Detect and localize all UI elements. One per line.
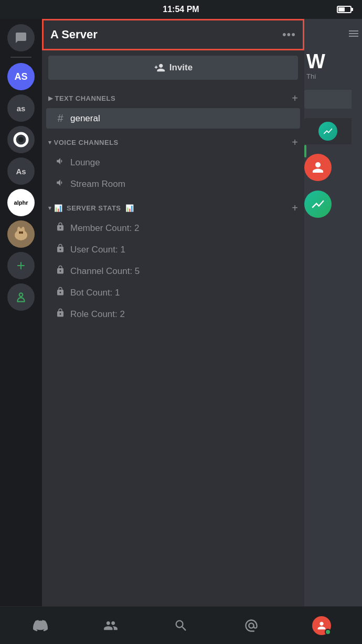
sidebar-item-alphr[interactable]: alphr bbox=[7, 189, 35, 216]
stats-channel-icon-user bbox=[55, 244, 66, 256]
nav-item-home[interactable] bbox=[5, 607, 76, 644]
server-header[interactable]: A Server ••• bbox=[42, 19, 304, 50]
channel-channel-count-name: Channel Count: 5 bbox=[70, 266, 140, 277]
app-layout: AS as As alphr bbox=[0, 19, 362, 606]
server-stats-label: ▾ 📊 SERVER STATS 📊 bbox=[48, 204, 134, 212]
mentions-icon bbox=[244, 618, 259, 633]
red-avatar-container bbox=[304, 154, 362, 181]
sidebar-item-dm[interactable] bbox=[7, 24, 35, 51]
right-panel-sub-text: Thi bbox=[306, 72, 360, 80]
search-icon bbox=[174, 618, 188, 633]
teal-nav-avatar bbox=[304, 191, 332, 218]
sidebar-item-as-blue[interactable]: AS bbox=[7, 63, 35, 90]
stats-channel-icon-channel bbox=[55, 265, 66, 277]
status-bar: 11:54 PM bbox=[0, 0, 362, 19]
sidebar-item-circle[interactable] bbox=[7, 126, 35, 153]
channel-stream-room[interactable]: Stream Room bbox=[46, 174, 300, 194]
channel-user-count[interactable]: User Count: 1 bbox=[46, 239, 300, 260]
svg-point-5 bbox=[17, 227, 20, 232]
channel-lounge[interactable]: Lounge bbox=[46, 152, 300, 173]
channel-user-count-name: User Count: 1 bbox=[70, 245, 125, 255]
stats-channel-icon-member bbox=[55, 222, 66, 234]
profile-avatar-container bbox=[312, 616, 331, 635]
channel-lounge-name: Lounge bbox=[70, 157, 100, 168]
sidebar-item-add-server[interactable]: + bbox=[7, 252, 35, 279]
nav-item-search[interactable] bbox=[146, 607, 216, 644]
channel-role-count[interactable]: Role Count: 2 bbox=[46, 304, 300, 324]
invite-button[interactable]: Invite bbox=[48, 56, 298, 80]
channel-member-count[interactable]: Member Count: 2 bbox=[46, 218, 300, 238]
voice-channels-category[interactable]: ▾ VOICE CHANNELS + bbox=[42, 129, 304, 152]
nav-item-profile[interactable] bbox=[286, 607, 357, 644]
server-stats-arrow: ▾ bbox=[48, 205, 52, 212]
teal-avatar-container bbox=[304, 191, 362, 218]
chat-preview bbox=[304, 90, 352, 109]
text-channels-arrow: ▶ bbox=[48, 95, 53, 102]
channel-bot-count-name: Bot Count: 1 bbox=[70, 288, 120, 298]
server-stats-category[interactable]: ▾ 📊 SERVER STATS 📊 + bbox=[42, 195, 304, 217]
svg-point-7 bbox=[19, 231, 21, 234]
channel-panel: A Server ••• Invite ▶ TEXT CHANNELS + # … bbox=[42, 19, 304, 606]
sidebar-item-as-caps[interactable]: As bbox=[7, 157, 35, 185]
status-time: 11:54 PM bbox=[163, 5, 199, 14]
text-channel-icon: # bbox=[55, 112, 66, 124]
voice-channel-icon-lounge bbox=[55, 156, 66, 168]
server-list: AS as As alphr bbox=[0, 19, 42, 606]
invite-label: Invite bbox=[169, 62, 193, 73]
channel-general[interactable]: # general bbox=[46, 108, 300, 129]
add-voice-channel-button[interactable]: + bbox=[292, 136, 298, 149]
svg-point-6 bbox=[22, 227, 25, 232]
right-panel-content: W Thi bbox=[304, 49, 362, 82]
invite-icon bbox=[154, 62, 165, 73]
add-server-stats-button[interactable]: + bbox=[292, 202, 298, 214]
channel-role-count-name: Role Count: 2 bbox=[70, 309, 125, 320]
channel-bot-count[interactable]: Bot Count: 1 bbox=[46, 282, 300, 303]
right-panel-big-letter: W bbox=[306, 51, 360, 71]
battery-fill bbox=[338, 7, 345, 12]
svg-point-8 bbox=[21, 231, 23, 234]
text-channels-label: ▶ TEXT CHANNELS bbox=[48, 94, 115, 102]
friends-icon bbox=[103, 618, 118, 633]
hamburger-area bbox=[304, 23, 362, 44]
voice-channels-label: ▾ VOICE CHANNELS bbox=[48, 139, 119, 146]
more-options-button[interactable]: ••• bbox=[282, 28, 296, 41]
add-text-channel-button[interactable]: + bbox=[292, 92, 298, 104]
sidebar-item-cat[interactable] bbox=[7, 220, 35, 248]
voice-channels-arrow: ▾ bbox=[48, 139, 52, 146]
sidebar-item-discover[interactable] bbox=[7, 283, 35, 311]
discord-logo-icon bbox=[33, 618, 48, 633]
svg-point-9 bbox=[19, 293, 23, 297]
nav-item-friends[interactable] bbox=[76, 607, 146, 644]
channel-member-count-name: Member Count: 2 bbox=[70, 223, 139, 234]
bottom-nav bbox=[0, 606, 362, 644]
channel-stream-room-name: Stream Room bbox=[70, 179, 125, 189]
right-panel-overlay: W Thi bbox=[304, 19, 362, 606]
battery-tip bbox=[352, 8, 353, 11]
server-name: A Server bbox=[50, 28, 98, 41]
message-preview bbox=[304, 118, 352, 144]
channel-channel-count[interactable]: Channel Count: 5 bbox=[46, 261, 300, 281]
stats-channel-icon-bot bbox=[55, 287, 66, 299]
online-status-dot bbox=[325, 629, 331, 635]
voice-channel-icon-stream bbox=[55, 178, 66, 190]
sidebar-item-as-dark[interactable]: as bbox=[7, 94, 35, 122]
stats-channel-icon-role bbox=[55, 308, 66, 320]
battery-indicator bbox=[337, 6, 352, 13]
separator bbox=[10, 57, 31, 58]
text-channels-category[interactable]: ▶ TEXT CHANNELS + bbox=[42, 85, 304, 108]
svg-point-1 bbox=[18, 137, 24, 142]
teal-avatar bbox=[318, 122, 337, 141]
channel-general-name: general bbox=[70, 113, 100, 124]
hamburger-icon[interactable] bbox=[347, 27, 360, 40]
nav-item-mentions[interactable] bbox=[216, 607, 286, 644]
red-avatar bbox=[304, 154, 332, 181]
